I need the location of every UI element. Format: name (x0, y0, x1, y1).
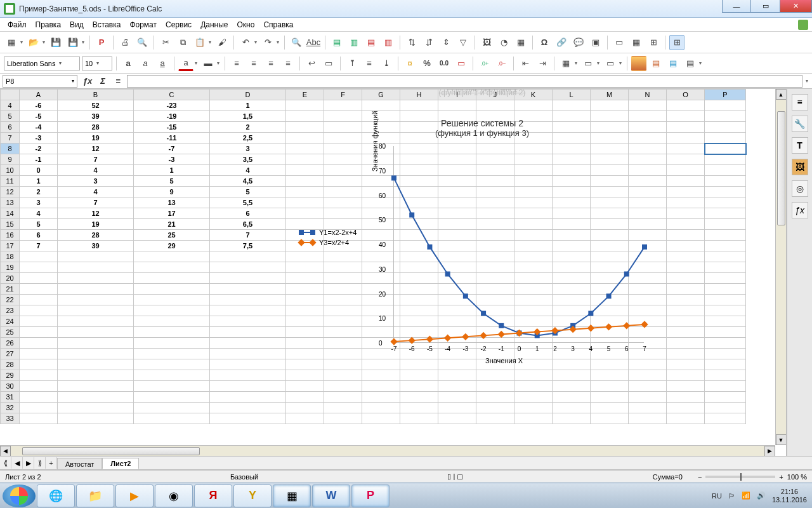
cell-D6[interactable]: 2 (210, 122, 286, 133)
cell-P10[interactable] (705, 165, 746, 176)
header-footer-button[interactable]: ▣ (588, 35, 603, 50)
cell-D13[interactable]: 5,5 (210, 197, 286, 208)
cell-D19[interactable] (210, 262, 286, 273)
spreadsheet-area[interactable]: ABCDEFGHIJKLMNOP4-652-2315-539-191,56-42… (0, 89, 787, 456)
cell-P20[interactable] (705, 273, 746, 284)
cell-A12[interactable]: 2 (20, 187, 58, 197)
menu-file[interactable]: Файл (4, 19, 30, 30)
cell-C22[interactable] (134, 295, 210, 305)
row-header-6[interactable]: 6 (1, 122, 20, 133)
paste-button[interactable]: 📋 (192, 35, 207, 50)
indent-dec-button[interactable]: ⇤ (518, 56, 533, 71)
menu-tools[interactable]: Сервис (162, 19, 195, 30)
open-dropdown[interactable]: ▾ (41, 39, 46, 45)
cell-O28[interactable] (667, 359, 705, 370)
cell-P13[interactable] (705, 197, 746, 208)
open-button[interactable]: 📂 (26, 35, 41, 50)
cell-O23[interactable] (667, 305, 705, 316)
insert-pivot-button[interactable]: ▦ (513, 35, 528, 50)
cell-B20[interactable] (58, 273, 134, 284)
cell-B7[interactable]: 19 (58, 133, 134, 144)
new-doc-button[interactable]: ▦ (4, 35, 19, 50)
export-pdf-button[interactable]: P (94, 35, 109, 50)
row-header-25[interactable]: 25 (1, 327, 20, 338)
cell-C10[interactable]: 1 (134, 165, 210, 176)
cell-O10[interactable] (667, 165, 705, 176)
cell-B9[interactable]: 7 (58, 154, 134, 165)
cell-D24[interactable] (210, 316, 286, 327)
scroll-down-button[interactable]: ▼ (776, 434, 787, 445)
bold-button[interactable]: a (121, 56, 136, 71)
cell-P5[interactable] (705, 111, 746, 122)
cell-C31[interactable] (134, 392, 210, 403)
sidebar-gallery-button[interactable]: 🖼 (792, 159, 808, 175)
row-button[interactable]: ▤ (329, 35, 344, 50)
border-style-dropdown[interactable]: ▾ (596, 60, 601, 66)
taskbar-media[interactable]: ▶ (115, 485, 154, 507)
cell-H32[interactable] (400, 403, 438, 413)
cell-D28[interactable] (210, 359, 286, 370)
font-size-combo[interactable]: 10▾ (82, 57, 112, 70)
cell-A7[interactable]: -3 (20, 133, 58, 144)
menu-help[interactable]: Справка (259, 19, 297, 30)
cell-M32[interactable] (591, 403, 629, 413)
cell-D29[interactable] (210, 370, 286, 381)
cell-O9[interactable] (667, 154, 705, 165)
cell-D11[interactable]: 4,5 (210, 176, 286, 187)
row-header-33[interactable]: 33 (1, 413, 20, 424)
taskbar-calc[interactable]: ▦ (273, 485, 311, 507)
cell-A26[interactable] (20, 338, 58, 349)
sidebar-functions-button[interactable]: ƒx (792, 202, 808, 218)
valign-mid-button[interactable]: ≡ (362, 56, 377, 71)
cell-D7[interactable]: 2,5 (210, 133, 286, 144)
cond-fmt3-button[interactable]: ▤ (665, 56, 681, 71)
cell-P19[interactable] (705, 262, 746, 273)
cell-P27[interactable] (705, 349, 746, 359)
row-header-10[interactable]: 10 (1, 165, 20, 176)
maximize-button[interactable]: ▭ (751, 0, 780, 13)
row-header-11[interactable]: 11 (1, 176, 20, 187)
cell-O17[interactable] (667, 241, 705, 251)
border-style-button[interactable]: ▭ (580, 56, 596, 71)
comment-button[interactable]: 💬 (571, 35, 586, 50)
cell-B26[interactable] (58, 338, 134, 349)
saveas-dropdown[interactable]: ▾ (81, 39, 86, 45)
sidebar-navigator-button[interactable]: ◎ (792, 180, 808, 197)
cell-O13[interactable] (667, 197, 705, 208)
scroll-right-button[interactable]: ▶ (764, 446, 775, 457)
cell-A29[interactable] (20, 370, 58, 381)
cell-B6[interactable]: 28 (58, 122, 134, 133)
cell-D32[interactable] (210, 403, 286, 413)
col-header-B[interactable]: B (58, 90, 134, 100)
cell-C17[interactable]: 29 (134, 241, 210, 251)
cell-E33[interactable] (286, 413, 324, 424)
cell-O15[interactable] (667, 219, 705, 230)
cell-B5[interactable]: 39 (58, 111, 134, 122)
undo-button[interactable]: ↶ (238, 35, 253, 50)
cell-B18[interactable] (58, 251, 134, 262)
font-name-combo[interactable]: Liberation Sans▾ (4, 57, 80, 70)
cell-P4[interactable] (705, 100, 746, 111)
add-decimal-button[interactable]: .0+ (477, 56, 492, 71)
cell-A13[interactable]: 3 (20, 197, 58, 208)
row-header-16[interactable]: 16 (1, 230, 20, 241)
highlight-dropdown[interactable]: ▾ (216, 60, 221, 66)
cell-P21[interactable] (705, 284, 746, 295)
cell-C14[interactable]: 17 (134, 208, 210, 219)
cell-B15[interactable]: 19 (58, 219, 134, 230)
cell-C30[interactable] (134, 381, 210, 392)
row-header-4[interactable]: 4 (1, 100, 20, 111)
delcol-button[interactable]: ▥ (381, 35, 396, 50)
cell-D23[interactable] (210, 305, 286, 316)
cell-L33[interactable] (553, 413, 591, 424)
merge-button[interactable]: ▭ (321, 56, 336, 71)
cell-A11[interactable]: 1 (20, 176, 58, 187)
row-header-32[interactable]: 32 (1, 403, 20, 413)
cell-P29[interactable] (705, 370, 746, 381)
cell-C16[interactable]: 25 (134, 230, 210, 241)
cell-B17[interactable]: 39 (58, 241, 134, 251)
chart-object[interactable]: Решение системы 1 (функция 1 и функция 2… (295, 89, 669, 400)
cell-O27[interactable] (667, 349, 705, 359)
highlight-button[interactable]: ▬ (200, 56, 216, 71)
cell-B23[interactable] (58, 305, 134, 316)
